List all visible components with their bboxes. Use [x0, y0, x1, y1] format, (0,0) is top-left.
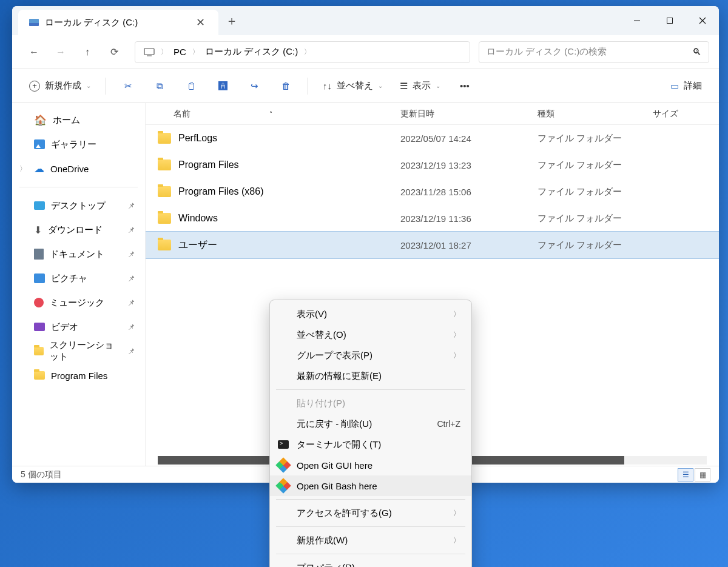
ctx-refresh[interactable]: 最新の情報に更新(E)	[270, 366, 471, 386]
sidebar-item-desktop[interactable]: デスクトップ📌︎	[16, 193, 141, 218]
view-icon: ☰	[400, 81, 408, 92]
sidebar-item-home[interactable]: 🏠ホーム	[16, 108, 141, 132]
desktop-icon	[34, 201, 45, 210]
sidebar-item-label: OneDrive	[50, 164, 89, 174]
ctx-git-gui[interactable]: Open Git GUI here	[270, 455, 471, 475]
svg-rect-4	[144, 49, 154, 55]
column-header-size[interactable]: サイズ	[653, 109, 719, 119]
column-header-date[interactable]: 更新日時	[400, 109, 538, 119]
view-label: 表示	[413, 80, 431, 92]
maximize-button[interactable]	[653, 6, 686, 35]
divider	[106, 78, 106, 95]
window-buttons	[621, 6, 719, 35]
address-bar[interactable]: 〉 PC 〉 ローカル ディスク (C:) 〉	[135, 41, 470, 63]
paste-button[interactable]: 📋︎	[177, 74, 206, 98]
breadcrumb-drive[interactable]: ローカル ディスク (C:)	[200, 44, 303, 60]
chevron-right-icon[interactable]: 〉	[303, 47, 312, 56]
ctx-properties[interactable]: プロパティ(R)	[270, 557, 471, 567]
details-view-button[interactable]: ☰	[678, 468, 693, 481]
more-button[interactable]: •••	[450, 74, 479, 98]
chevron-right-icon[interactable]: 〉	[19, 164, 27, 174]
ctx-paste: 貼り付け(P)	[270, 393, 471, 414]
new-tab-button[interactable]: ＋	[218, 6, 245, 35]
sidebar-item-label: ビデオ	[51, 321, 78, 333]
file-type: ファイル フォルダー	[538, 133, 653, 144]
table-row[interactable]: PerfLogs2022/05/07 14:24ファイル フォルダー	[146, 125, 719, 152]
pin-icon[interactable]: 📌︎	[127, 298, 135, 307]
search-input[interactable]: ローカル ディスク (C:)の検索 🔍︎	[479, 41, 709, 63]
details-label: 詳細	[684, 80, 702, 92]
pin-icon[interactable]: 📌︎	[127, 250, 135, 259]
pin-icon[interactable]: 📌︎	[127, 201, 135, 210]
sidebar-item-screenshots[interactable]: スクリーンショット📌︎	[16, 339, 141, 363]
sidebar-item-label: Program Files	[51, 371, 107, 381]
ctx-access[interactable]: アクセスを許可する(G)〉	[270, 503, 471, 523]
search-icon[interactable]: 🔍︎	[692, 47, 701, 57]
refresh-button[interactable]: ⟳	[102, 40, 126, 64]
sidebar-item-label: ダウンロード	[48, 224, 103, 236]
chevron-down-icon: ⌄	[436, 82, 440, 89]
active-tab[interactable]: ローカル ディスク (C:) ✕	[18, 10, 218, 35]
nav-bar: ← → ↑ ⟳ 〉 PC 〉 ローカル ディスク (C:) 〉 ローカル ディス…	[12, 35, 719, 69]
pin-icon[interactable]: 📌︎	[127, 323, 135, 332]
rename-button[interactable]: 🅰︎	[208, 74, 237, 98]
chevron-right-icon: 〉	[453, 309, 460, 320]
back-button[interactable]: ←	[22, 40, 46, 64]
ctx-sort[interactable]: 並べ替え(O)〉	[270, 324, 471, 345]
ctx-view[interactable]: 表示(V)〉	[270, 304, 471, 324]
file-date: 2023/12/19 13:23	[400, 160, 538, 170]
new-button[interactable]: + 新規作成 ⌄	[22, 74, 98, 98]
pin-icon[interactable]: 📌︎	[127, 226, 135, 235]
file-date: 2023/12/01 18:27	[400, 240, 538, 250]
up-button[interactable]: ↑	[75, 40, 99, 64]
chevron-right-icon[interactable]: 〉	[160, 47, 169, 56]
file-name: ユーザー	[178, 239, 217, 252]
sidebar-item-label: ピクチャ	[51, 273, 87, 284]
ctx-git-bash[interactable]: Open Git Bash here	[270, 475, 471, 496]
chevron-right-icon: 〉	[453, 351, 460, 361]
video-icon	[34, 323, 45, 331]
close-window-button[interactable]	[686, 6, 719, 35]
sidebar-item-downloads[interactable]: ⬇ダウンロード📌︎	[16, 218, 141, 242]
share-button[interactable]: ↪	[240, 74, 269, 98]
delete-button[interactable]: 🗑︎	[271, 74, 300, 98]
forward-button[interactable]: →	[49, 40, 73, 64]
divider	[276, 526, 465, 527]
column-header-name[interactable]: 名前˄	[146, 109, 400, 119]
minimize-button[interactable]	[621, 6, 653, 35]
table-row[interactable]: ユーザー2023/12/01 18:27ファイル フォルダー	[146, 232, 719, 258]
view-button[interactable]: ☰ 表示 ⌄	[393, 74, 448, 98]
pin-icon[interactable]: 📌︎	[127, 274, 135, 283]
item-count: 5 個の項目	[21, 469, 62, 480]
sidebar-item-label: デスクトップ	[51, 200, 106, 212]
close-tab-button[interactable]: ✕	[191, 13, 210, 32]
sidebar-item-documents[interactable]: ドキュメント📌︎	[16, 242, 141, 266]
pin-icon[interactable]: 📌︎	[127, 347, 135, 356]
sidebar-item-label: スクリーンショット	[50, 340, 121, 363]
sidebar-item-onedrive[interactable]: 〉☁OneDrive	[16, 156, 141, 181]
copy-button[interactable]: ⧉	[145, 74, 174, 98]
ctx-new[interactable]: 新規作成(W)〉	[270, 530, 471, 551]
file-name: Program Files	[178, 159, 239, 170]
navigation-pane[interactable]: 🏠ホーム ギャラリー 〉☁OneDrive デスクトップ📌︎ ⬇ダウンロード📌︎…	[12, 103, 146, 466]
ctx-undo[interactable]: 元に戻す - 削除(U)Ctrl+Z	[270, 414, 471, 434]
sidebar-item-video[interactable]: ビデオ📌︎	[16, 315, 141, 339]
ctx-group[interactable]: グループで表示(P)〉	[270, 345, 471, 366]
details-icon: ▭	[670, 81, 679, 92]
breadcrumb-pc[interactable]: PC	[169, 44, 191, 59]
sidebar-item-program-files[interactable]: Program Files	[16, 363, 141, 388]
column-header-type[interactable]: 種類	[538, 109, 653, 119]
cut-button[interactable]: ✂	[113, 74, 143, 98]
table-row[interactable]: Program Files (x86)2023/11/28 15:06ファイル …	[146, 178, 719, 205]
sidebar-item-music[interactable]: ミュージック📌︎	[16, 290, 141, 315]
details-pane-button[interactable]: ▭ 詳細	[663, 74, 709, 98]
ctx-terminal[interactable]: ターミナルで開く(T)	[270, 434, 471, 455]
sidebar-item-pictures[interactable]: ピクチャ📌︎	[16, 266, 141, 290]
sidebar-item-gallery[interactable]: ギャラリー	[16, 132, 141, 156]
table-row[interactable]: Windows2023/12/19 11:36ファイル フォルダー	[146, 205, 719, 232]
sort-button[interactable]: ↑↓ 並べ替え ⌄	[315, 74, 390, 98]
thumbnails-view-button[interactable]: ▦	[695, 468, 710, 481]
table-row[interactable]: Program Files2023/12/19 13:23ファイル フォルダー	[146, 152, 719, 178]
chevron-right-icon[interactable]: 〉	[191, 47, 200, 56]
chevron-right-icon: 〉	[453, 330, 460, 340]
